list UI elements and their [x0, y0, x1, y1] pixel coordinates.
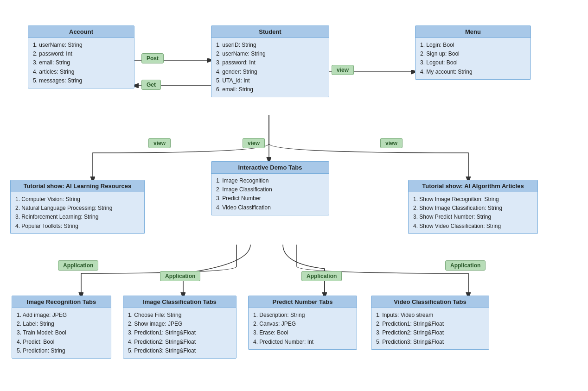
image-classification-header: Image Classification Tabs — [123, 296, 236, 308]
student-box: Student 1. userID: String 2. userName: S… — [211, 25, 329, 97]
diagram: Account 1. userName: String 2. password:… — [0, 0, 588, 391]
tutorial-algo-box: Tutorial show: AI Algorithm Articles 1. … — [408, 180, 538, 234]
interactive-demo-box: Interactive Demo Tabs 1. Image Recogniti… — [211, 161, 329, 215]
view-tutorial-algo-label: view — [380, 138, 403, 148]
menu-header: Menu — [415, 26, 530, 38]
tutorial-ai-body: 1. Computer Vision: String 2. Natural La… — [11, 192, 144, 233]
interactive-demo-body: 1. Image Recognition 2. Image Classifica… — [211, 174, 329, 215]
account-body: 1. userName: String 2. password: Int 3. … — [28, 38, 134, 88]
application-3-label: Application — [301, 271, 342, 281]
image-recognition-body: 1. Add image: JPEG 2. Label: String 3. T… — [12, 308, 111, 358]
view-student-menu-label: view — [332, 65, 354, 75]
image-recognition-box: Image Recognition Tabs 1. Add image: JPE… — [12, 296, 111, 359]
predict-number-box: Predict Number Tabs 1. Description: Stri… — [248, 296, 357, 350]
account-header: Account — [28, 26, 134, 38]
video-classification-box: Video Classification Tabs 1. Inputs: Vid… — [371, 296, 489, 350]
application-2-label: Application — [160, 271, 200, 281]
view-tutorial-ai-label: view — [148, 138, 171, 148]
menu-body: 1. Login: Bool 2. Sign up: Bool 3. Logou… — [415, 38, 530, 79]
video-classification-header: Video Classification Tabs — [371, 296, 489, 308]
video-classification-body: 1. Inputs: Video stream 2. Prediction1: … — [371, 308, 489, 349]
predict-number-body: 1. Description: String 2. Canvas: JPEG 3… — [249, 308, 357, 349]
image-classification-box: Image Classification Tabs 1. Choose File… — [123, 296, 236, 359]
account-box: Account 1. userName: String 2. password:… — [28, 25, 134, 88]
student-header: Student — [211, 26, 329, 38]
tutorial-algo-header: Tutorial show: AI Algorithm Articles — [409, 180, 537, 192]
menu-box: Menu 1. Login: Bool 2. Sign up: Bool 3. … — [415, 25, 531, 80]
tutorial-ai-header: Tutorial show: AI Learning Resources — [11, 180, 144, 192]
predict-number-header: Predict Number Tabs — [249, 296, 357, 308]
tutorial-algo-body: 1. Show Image Recognition: String 2. Sho… — [409, 192, 537, 233]
image-recognition-header: Image Recognition Tabs — [12, 296, 111, 308]
tutorial-ai-box: Tutorial show: AI Learning Resources 1. … — [10, 180, 145, 234]
view-interactive-label: view — [243, 138, 265, 148]
student-body: 1. userID: String 2. userName: String 3.… — [211, 38, 329, 97]
image-classification-body: 1. Choose File: String 2. Show image: JP… — [123, 308, 236, 358]
application-1-label: Application — [58, 260, 98, 271]
interactive-demo-header: Interactive Demo Tabs — [211, 162, 329, 174]
get-label: Get — [141, 80, 161, 90]
application-4-label: Application — [445, 260, 486, 271]
post-label: Post — [141, 53, 164, 63]
